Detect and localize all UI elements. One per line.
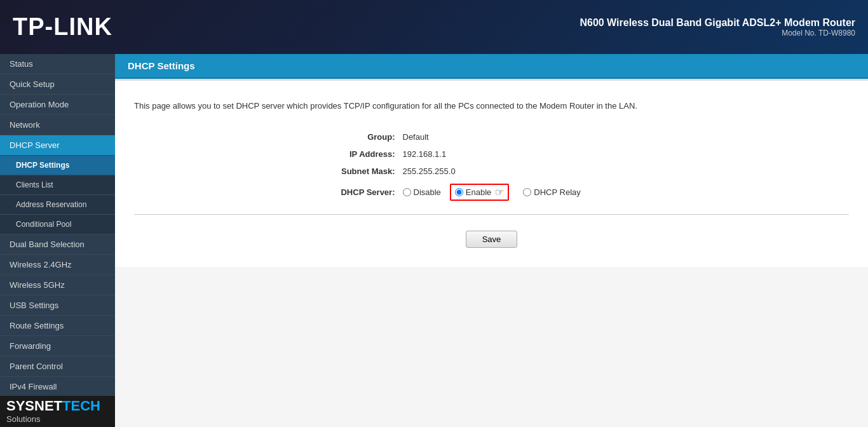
dhcp-server-row: DHCP Server: Disable Enable ☞ — [301, 180, 682, 205]
watermark: SYSNETTECH Solutions — [0, 396, 115, 427]
cursor-icon: ☞ — [495, 186, 504, 198]
page-header: DHCP Settings — [115, 54, 868, 79]
watermark-logo: SYSNETTECH — [6, 399, 109, 413]
sidebar-item-wireless-5[interactable]: Wireless 5GHz — [0, 275, 115, 295]
sidebar-item-usb[interactable]: USB Settings — [0, 295, 115, 316]
sidebar-item-quick-setup[interactable]: Quick Setup — [0, 74, 115, 95]
logo: TP-LINK — [13, 13, 112, 41]
sidebar-item-route[interactable]: Route Settings — [0, 316, 115, 336]
disable-radio[interactable] — [403, 188, 411, 196]
form-divider — [134, 214, 849, 215]
settings-form: Group: Default IP Address: 192.168.1.1 S… — [301, 128, 682, 205]
product-name: N600 Wireless Dual Band Gigabit ADSL2+ M… — [580, 17, 855, 29]
sidebar-item-parent-control[interactable]: Parent Control — [0, 356, 115, 377]
sidebar-item-operation-mode[interactable]: Operation Mode — [0, 95, 115, 115]
watermark-tech: TECH — [62, 398, 100, 414]
group-row: Group: Default — [301, 128, 682, 146]
enable-option[interactable]: Enable ☞ — [450, 184, 509, 201]
sidebar-item-status[interactable]: Status — [0, 54, 115, 74]
header-info: N600 Wireless Dual Band Gigabit ADSL2+ M… — [580, 17, 855, 37]
sidebar-item-dhcp-settings[interactable]: DHCP Settings — [0, 156, 115, 175]
group-label: Group: — [301, 132, 403, 142]
watermark-sysnet: SYSNET — [6, 398, 62, 414]
save-section: Save — [134, 224, 849, 254]
sidebar-item-network[interactable]: Network — [0, 115, 115, 135]
sidebar-item-ipv4-firewall[interactable]: IPv4 Firewall — [0, 377, 115, 397]
enable-radio[interactable] — [455, 188, 463, 196]
content-area: This page allows you to set DHCP server … — [115, 81, 868, 267]
ip-value: 192.168.1.1 — [403, 149, 447, 159]
group-value: Default — [403, 132, 429, 142]
dhcp-server-label: DHCP Server: — [301, 187, 403, 197]
subnet-row: Subnet Mask: 255.255.255.0 — [301, 163, 682, 180]
radio-group: Disable Enable ☞ DHCP Relay — [403, 184, 586, 201]
sidebar-item-address-reservation[interactable]: Address Reservation — [0, 195, 115, 215]
disable-label: Disable — [414, 187, 441, 197]
model-number: Model No. TD-W8980 — [580, 29, 855, 37]
ip-label: IP Address: — [301, 149, 403, 159]
main-content: DHCP Settings This page allows you to se… — [115, 54, 868, 427]
sidebar-item-clients-list[interactable]: Clients List — [0, 175, 115, 195]
dhcp-server-options: Disable Enable ☞ DHCP Relay — [403, 184, 586, 201]
sidebar: Status Quick Setup Operation Mode Networ… — [0, 54, 115, 427]
sidebar-item-forwarding[interactable]: Forwarding — [0, 336, 115, 356]
sidebar-item-dhcp-server[interactable]: DHCP Server — [0, 135, 115, 156]
relay-radio[interactable] — [523, 188, 531, 196]
page-description: This page allows you to set DHCP server … — [134, 100, 849, 112]
disable-option[interactable]: Disable — [403, 187, 441, 197]
page-title: DHCP Settings — [128, 60, 195, 71]
enable-label: Enable — [466, 187, 491, 197]
save-button[interactable]: Save — [466, 231, 518, 248]
relay-label: DHCP Relay — [534, 187, 580, 197]
relay-option[interactable]: DHCP Relay — [523, 187, 580, 197]
sidebar-item-wireless-24[interactable]: Wireless 2.4GHz — [0, 255, 115, 275]
sidebar-item-dual-band[interactable]: Dual Band Selection — [0, 234, 115, 255]
subnet-value: 255.255.255.0 — [403, 166, 456, 176]
subnet-label: Subnet Mask: — [301, 166, 403, 176]
watermark-tagline: Solutions — [6, 414, 109, 424]
ip-row: IP Address: 192.168.1.1 — [301, 146, 682, 163]
header: TP-LINK N600 Wireless Dual Band Gigabit … — [0, 0, 868, 54]
sidebar-item-conditional-pool[interactable]: Conditional Pool — [0, 215, 115, 234]
